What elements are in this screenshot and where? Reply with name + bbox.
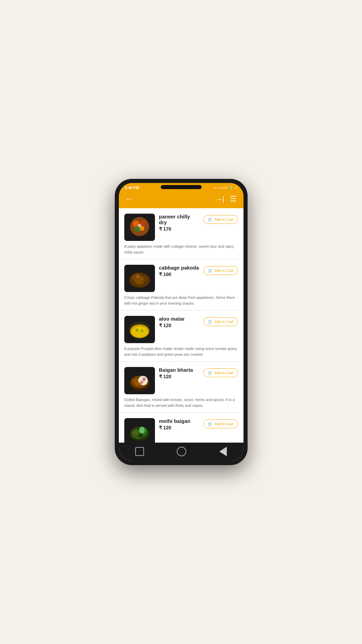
item-price-cabbage: ₹ 100: [159, 272, 199, 277]
menu-item-methi-baigan: methi baigan ₹ 120 🛒 Add to Cart Baingan…: [119, 413, 243, 443]
svg-point-30: [135, 382, 142, 386]
add-to-cart-aloo[interactable]: 🛒 Add to Cart: [203, 317, 238, 326]
phone-frame: 2:45 PM 📶 Vo WiFi 🔋 71 ← →| ☰: [115, 179, 248, 465]
menu-item-aloo-matar: aloo matar ₹ 120 🛒 Add to Cart A popular…: [119, 310, 243, 362]
item-desc-baigan: Grilled Baingan, mixed with tomato, onio…: [124, 397, 238, 408]
phone-screen: 2:45 PM 📶 Vo WiFi 🔋 71 ← →| ☰: [119, 183, 243, 461]
item-price-aloo: ₹ 120: [159, 323, 199, 328]
svg-point-38: [139, 427, 145, 433]
status-time: 2:45 PM: [125, 186, 139, 190]
cart-icon-3: 🛒: [208, 319, 213, 324]
cart-icon-5: 🛒: [208, 421, 213, 426]
item-name-methi: methi baigan: [159, 418, 199, 424]
item-info-baigan: Baigan bharta ₹ 120: [159, 367, 199, 381]
item-info-aloo: aloo matar ₹ 120: [159, 316, 199, 330]
cart-icon-2: 🛒: [208, 268, 213, 273]
menu-button[interactable]: ☰: [230, 195, 237, 203]
nav-back-button[interactable]: [219, 447, 227, 456]
food-image-aloo: [124, 316, 155, 343]
item-desc-cabbage: Crispy cabbage Pakoda that are deep frie…: [124, 295, 238, 306]
item-name-paneer: paneer chilly dry: [159, 214, 199, 225]
menu-item-cabbage-pakoda: cabbage pakoda ₹ 100 🛒 Add to Cart Crisp…: [119, 259, 243, 310]
back-button[interactable]: ←: [126, 195, 133, 203]
item-info-paneer: paneer chilly dry ₹ 170: [159, 214, 199, 234]
item-name-baigan: Baigan bharta: [159, 367, 199, 373]
food-image-methi: [124, 418, 155, 443]
svg-point-37: [138, 433, 143, 439]
item-name-cabbage: cabbage pakoda: [159, 265, 199, 271]
add-to-cart-baigan[interactable]: 🛒 Add to Cart: [203, 368, 238, 377]
menu-item-baigan-bharta: Baigan bharta ₹ 120 🛒 Add to Cart Grille…: [119, 362, 243, 413]
item-info-methi: methi baigan ₹ 120: [159, 418, 199, 432]
svg-point-12: [136, 275, 140, 279]
status-icons: 📶 Vo WiFi 🔋 71: [213, 186, 237, 189]
svg-point-6: [138, 224, 141, 227]
nav-square-button[interactable]: [135, 447, 144, 456]
item-info-cabbage: cabbage pakoda ₹ 100: [159, 265, 199, 279]
item-desc-paneer: A party appetizer made with cottage chee…: [124, 244, 238, 255]
add-to-cart-paneer[interactable]: 🛒 Add to Cart: [203, 215, 238, 224]
food-image-baigan: [124, 367, 155, 394]
item-price-baigan: ₹ 120: [159, 374, 199, 379]
svg-point-28: [142, 378, 146, 381]
add-to-cart-methi[interactable]: 🛒 Add to Cart: [203, 419, 238, 428]
svg-point-21: [133, 329, 146, 336]
item-price-paneer: ₹ 170: [159, 226, 199, 232]
bottom-nav: [119, 443, 243, 461]
header: ← →| ☰: [119, 191, 243, 208]
item-desc-aloo: A popular Punjabi Aloo matar recipe made…: [124, 346, 238, 357]
item-price-methi: ₹ 120: [159, 425, 199, 430]
phone-notch: [161, 185, 202, 189]
add-to-cart-cabbage[interactable]: 🛒 Add to Cart: [203, 266, 238, 275]
menu-item-paneer-chilly-dry: paneer chilly dry ₹ 170 🛒 Add to Cart A …: [119, 208, 243, 259]
menu-list: paneer chilly dry ₹ 170 🛒 Add to Cart A …: [119, 208, 243, 443]
header-right: →| ☰: [216, 195, 236, 203]
cart-icon: 🛒: [208, 217, 213, 222]
food-image-paneer: [124, 214, 155, 241]
cart-icon-4: 🛒: [208, 370, 213, 375]
food-image-cabbage: [124, 265, 155, 292]
item-name-aloo: aloo matar: [159, 316, 199, 322]
nav-circle-button[interactable]: [177, 447, 186, 456]
login-button[interactable]: →|: [216, 195, 224, 203]
svg-point-13: [140, 277, 144, 280]
